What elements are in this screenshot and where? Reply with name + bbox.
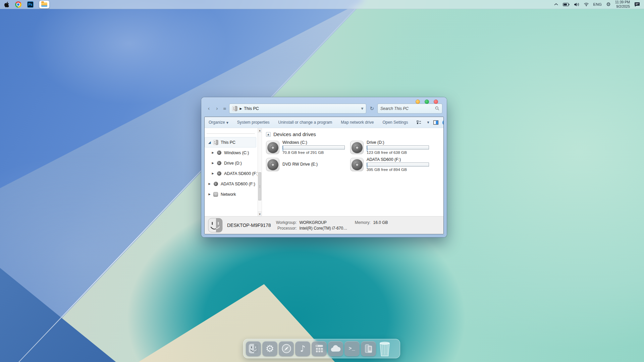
workgroup-label: Workgroup:	[275, 220, 297, 225]
dock-terminal-icon[interactable]: >_	[344, 341, 360, 356]
preview-pane-icon[interactable]	[433, 120, 438, 125]
memory-label: Memory:	[352, 220, 370, 225]
maximize-button[interactable]	[425, 100, 429, 104]
sidebar-item-drive-d[interactable]: ▶ Drive (D:)	[205, 158, 256, 168]
drives-grid: Windows (C:) 70.8 GB free of 291 GB Driv…	[266, 140, 443, 172]
breadcrumb-arrow-icon: ▶	[239, 107, 242, 110]
window-titlebar[interactable]	[201, 97, 447, 103]
folder-icon	[41, 2, 47, 7]
collapsed-twisty-icon[interactable]: ▶	[207, 193, 212, 196]
search-box[interactable]	[377, 104, 442, 114]
computer-name: DESKTOP-M9F9178	[227, 223, 271, 228]
workgroup-value: WORKGROUP	[299, 220, 350, 225]
wifi-icon[interactable]	[584, 2, 589, 6]
sidebar-scrollbar[interactable]: ▲ ▼	[258, 128, 262, 216]
battery-icon[interactable]	[563, 3, 570, 6]
apple-menu-icon[interactable]	[4, 0, 9, 8]
breadcrumb-location[interactable]: This PC	[244, 106, 259, 111]
group-title: Devices and drives	[273, 131, 316, 137]
file-explorer-app-icon[interactable]	[39, 0, 49, 8]
drive-disc-icon	[266, 141, 279, 154]
drive-item-dvd-e[interactable]: DVD RW Drive (E:)	[266, 157, 350, 172]
tray-expand-chevron-icon[interactable]	[554, 3, 558, 6]
toolbar-right-icons: ▼ ?	[417, 120, 444, 125]
this-pc-icon	[213, 140, 218, 145]
search-input[interactable]	[380, 106, 433, 111]
group-header: ▲ Devices and drives	[266, 131, 443, 137]
capacity-bar	[282, 145, 345, 149]
menu-bar: Ps ENG ⚙ 11:39 PM 9/2/2025	[0, 0, 644, 9]
expanded-twisty-icon[interactable]: ◢	[207, 140, 212, 144]
dock-safari-icon[interactable]	[279, 341, 294, 356]
drive-item-d[interactable]: Drive (D:) 123 GB free of 638 GB	[350, 140, 434, 155]
address-row: ‹ › ≡ ▶ This PC ▼ ↻	[201, 103, 447, 117]
drive-icon	[216, 161, 222, 166]
navigation-pane: ◢ This PC ▶ Windows (C:) ▶ Drive (D:)	[205, 128, 258, 216]
drive-item-windows-c[interactable]: Windows (C:) 70.8 GB free of 291 GB	[266, 140, 350, 155]
language-indicator[interactable]: ENG	[593, 2, 602, 6]
recent-locations-icon[interactable]: ≡	[222, 106, 227, 111]
close-button[interactable]	[434, 100, 438, 104]
help-button[interactable]: ?	[442, 120, 444, 125]
dock-phone-icon[interactable]	[361, 341, 376, 356]
collapsed-twisty-icon[interactable]: ▶	[211, 162, 215, 165]
system-info: Workgroup: WORKGROUP Memory: 16.0 GB Pro…	[275, 220, 396, 231]
drive-icon	[216, 171, 222, 176]
search-icon	[435, 106, 439, 111]
dock-settings-icon[interactable]: ⚙	[262, 341, 277, 356]
processor-value: Intel(R) Core(TM) i7-670…	[299, 226, 396, 231]
chrome-icon	[15, 1, 21, 8]
explorer-body: ◢ This PC ▶ Windows (C:) ▶ Drive (D:)	[205, 128, 443, 216]
address-bar[interactable]: ▶ This PC ▼	[229, 104, 366, 114]
dock-cloud-icon[interactable]	[328, 341, 343, 356]
menu-bar-apps: Ps	[4, 0, 49, 8]
dock: ⚙ ♪ >_	[243, 339, 400, 358]
uninstall-program-button[interactable]: Uninstall or change a program	[278, 120, 332, 125]
minimize-button[interactable]	[416, 100, 420, 104]
dock-music-icon[interactable]: ♪	[295, 341, 310, 356]
sidebar-item-windows-c[interactable]: ▶ Windows (C:)	[205, 147, 256, 158]
sidebar-item-adata-f[interactable]: ▶ ADATA SD600 (F:)	[205, 168, 256, 179]
capacity-bar	[367, 145, 429, 149]
organize-button[interactable]: Organize▼	[209, 120, 228, 125]
system-properties-button[interactable]: System properties	[237, 120, 270, 125]
action-center-icon[interactable]	[634, 2, 640, 7]
scroll-up-button[interactable]: ▲	[258, 128, 262, 133]
scroll-down-button[interactable]: ▼	[258, 212, 262, 216]
forward-button[interactable]: ›	[214, 106, 220, 111]
scrollbar-thumb[interactable]	[258, 172, 261, 200]
map-network-drive-button[interactable]: Map network drive	[341, 120, 374, 125]
window-inner-panel: Organize▼ System properties Uninstall or…	[204, 117, 444, 234]
clock-date: 9/2/2025	[615, 4, 630, 9]
clock-time: 11:39 PM	[615, 0, 630, 4]
sidebar-item-network[interactable]: ▶ Network	[205, 189, 256, 199]
photoshop-icon: Ps	[27, 1, 34, 8]
view-dropdown-icon[interactable]: ▼	[427, 121, 429, 124]
chrome-app-icon[interactable]	[15, 0, 21, 8]
clock[interactable]: 11:39 PM 9/2/2025	[615, 0, 630, 8]
dock-finder-icon[interactable]	[246, 341, 261, 356]
dock-launchpad-icon[interactable]	[312, 341, 327, 356]
open-settings-button[interactable]: Open Settings	[382, 120, 408, 125]
collapsed-twisty-icon[interactable]: ▶	[207, 182, 212, 185]
settings-gear-icon[interactable]: ⚙	[606, 2, 610, 7]
collapsed-twisty-icon[interactable]: ▶	[211, 172, 215, 175]
file-explorer-window: ‹ › ≡ ▶ This PC ▼ ↻ Organize▼ System pro…	[201, 97, 447, 237]
photoshop-app-icon[interactable]: Ps	[27, 0, 34, 8]
refresh-icon[interactable]: ↻	[368, 106, 375, 112]
drive-item-adata-f[interactable]: ADATA SD600 (F:) 395 GB free of 894 GB	[350, 157, 434, 172]
address-dropdown-icon[interactable]: ▼	[361, 107, 363, 110]
collapse-group-button[interactable]: ▲	[266, 132, 271, 137]
volume-icon[interactable]	[574, 2, 579, 7]
collapsed-twisty-icon[interactable]: ▶	[211, 151, 215, 154]
sidebar-item-this-pc[interactable]: ◢ This PC	[205, 137, 256, 147]
sidebar-item-adata-f-root[interactable]: ▶ ADATA SD600 (F:)	[205, 179, 256, 189]
computer-finder-icon	[208, 218, 223, 233]
sidebar-divider	[207, 133, 255, 134]
dock-trash-icon[interactable]	[378, 341, 391, 357]
memory-value: 16.0 GB	[373, 220, 396, 225]
change-view-icon[interactable]	[417, 120, 422, 124]
drive-disc-icon	[266, 158, 279, 171]
file-list-area: ▲ Devices and drives Windows (C:) 70.8 G…	[262, 128, 443, 216]
back-button[interactable]: ‹	[206, 106, 212, 111]
